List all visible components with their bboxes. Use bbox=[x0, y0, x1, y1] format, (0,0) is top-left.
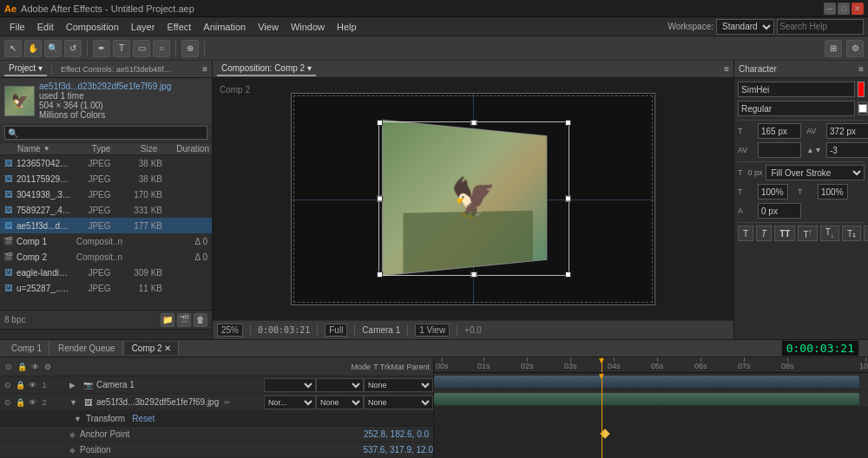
project-item[interactable]: 🖼 eagle-landing.jpg JPEG 309 KB bbox=[0, 265, 212, 280]
tl-eye-btn[interactable]: 👁 bbox=[30, 362, 40, 372]
playhead[interactable] bbox=[602, 357, 602, 372]
font-name-input[interactable] bbox=[738, 82, 855, 97]
composition-canvas[interactable]: 🦅 bbox=[291, 93, 655, 305]
leading-input[interactable] bbox=[826, 142, 868, 158]
tool-pen[interactable]: ✒ bbox=[93, 40, 110, 57]
camera1-parent-sel[interactable]: None bbox=[364, 378, 433, 392]
tool-shape-ellipse[interactable]: ○ bbox=[153, 40, 170, 57]
project-item[interactable]: 🖼 u=25287_...m=908qp=0.jpg JPEG 11 KB bbox=[0, 280, 212, 296]
camera1-eye-sw[interactable]: 👁 bbox=[27, 380, 37, 390]
playhead-line[interactable] bbox=[602, 373, 602, 458]
style-t-sup2-btn[interactable]: T² bbox=[864, 226, 868, 241]
quality-selector[interactable]: Full bbox=[325, 324, 347, 337]
image-eye-sw[interactable]: 👁 bbox=[27, 397, 37, 408]
tool-new-comp[interactable]: ⊞ bbox=[825, 40, 842, 57]
new-comp-btn[interactable]: 🎬 bbox=[177, 313, 191, 327]
style-t2-btn[interactable]: T bbox=[756, 226, 772, 241]
image-parent-sel[interactable]: None bbox=[364, 396, 433, 409]
camera1-expand[interactable]: ▶ bbox=[69, 381, 82, 389]
tracking-input[interactable] bbox=[758, 142, 801, 158]
camera1-lock-sw[interactable]: 🔒 bbox=[15, 380, 25, 390]
horiz-scale-input[interactable] bbox=[818, 184, 848, 200]
tool-text[interactable]: T bbox=[113, 40, 130, 57]
menu-file[interactable]: File bbox=[4, 20, 30, 34]
search-help-input[interactable] bbox=[777, 19, 864, 35]
fill-stroke-select[interactable]: Fill Over Stroke bbox=[766, 165, 865, 180]
tool-puppet[interactable]: ⊕ bbox=[181, 40, 199, 57]
tab-comp2[interactable]: Comp 2 ✕ bbox=[125, 342, 180, 355]
tool-shape-rect[interactable]: ▭ bbox=[133, 40, 150, 57]
style-t1-btn[interactable]: T bbox=[738, 226, 753, 241]
style-tt-btn[interactable]: TT bbox=[774, 226, 795, 241]
position-value[interactable]: 537.6, 317.9, 12.0 bbox=[363, 445, 433, 455]
anchor-keyframe-btn[interactable]: ◆ bbox=[69, 430, 80, 439]
menu-effect[interactable]: Effect bbox=[161, 20, 196, 34]
tool-zoom[interactable]: 🔍 bbox=[44, 40, 62, 57]
menu-edit[interactable]: Edit bbox=[32, 20, 59, 34]
tl-lock-btn[interactable]: 🔒 bbox=[16, 362, 27, 372]
project-item[interactable]: 🎬 Comp 1 Composit..n Δ 0 bbox=[0, 233, 212, 249]
image-lock-sw[interactable]: 🔒 bbox=[15, 397, 25, 408]
style-t-sub-btn[interactable]: T↓ bbox=[820, 226, 839, 241]
image-layer-name[interactable]: ae51f3d...3b292df5e1fe7f69.jpg bbox=[96, 397, 219, 407]
kerning-input[interactable] bbox=[826, 123, 868, 139]
anchor-value[interactable]: 252.8, 182.6, 0.0 bbox=[364, 429, 433, 439]
project-item[interactable]: 🎬 Comp 2 Composit..n Δ 0 bbox=[0, 249, 212, 265]
image-solo-sw[interactable]: ⊙ bbox=[3, 397, 13, 408]
tool-rotate[interactable]: ↺ bbox=[64, 40, 82, 57]
tab-comp1[interactable]: Comp 1 bbox=[4, 342, 49, 355]
project-item[interactable]: 🖼 7589227_.453278195_2.jpg JPEG 331 KB bbox=[0, 202, 212, 218]
image-expand[interactable]: ▼ bbox=[69, 398, 82, 407]
transform-reset-btn[interactable]: Reset bbox=[132, 414, 155, 423]
char-panel-menu-btn[interactable]: ≡ bbox=[858, 64, 864, 74]
new-folder-btn[interactable]: 📁 bbox=[161, 313, 174, 327]
project-item[interactable]: 🖼 3041938_.345476151_2.jpg JPEG 170 KB bbox=[0, 186, 212, 202]
tl-settings-btn[interactable]: ⚙ bbox=[43, 362, 53, 372]
font-size-input[interactable] bbox=[758, 123, 801, 139]
style-t-sub2-btn[interactable]: T₁ bbox=[842, 226, 861, 241]
menu-help[interactable]: Help bbox=[332, 20, 362, 34]
effect-controls-tab[interactable]: Effect Controls: ae51f3deb48f... bbox=[56, 63, 174, 75]
tab-render-queue[interactable]: Render Queue bbox=[51, 342, 123, 355]
camera1-name[interactable]: Camera 1 bbox=[96, 380, 135, 389]
tool-select[interactable]: ↖ bbox=[4, 40, 22, 57]
comp-tab[interactable]: Composition: Comp 2 ▾ bbox=[217, 62, 316, 76]
menu-window[interactable]: Window bbox=[286, 20, 330, 34]
project-tab[interactable]: Project ▾ bbox=[4, 62, 47, 76]
timeline-timecode[interactable]: 0:00:03:21 bbox=[781, 340, 859, 357]
camera1-mode-sel[interactable] bbox=[264, 378, 316, 392]
color-swatch[interactable] bbox=[858, 82, 865, 97]
font-style-input[interactable] bbox=[738, 101, 855, 116]
view-selector[interactable]: 1 View bbox=[415, 324, 450, 337]
minimize-btn[interactable]: ─ bbox=[824, 3, 836, 15]
position-keyframe-btn[interactable]: ◆ bbox=[69, 446, 80, 455]
tool-hand[interactable]: ✋ bbox=[24, 40, 42, 57]
baseline-input[interactable] bbox=[758, 203, 801, 219]
image-mode-sel[interactable]: Nor... bbox=[264, 396, 316, 409]
style-t-sup-btn[interactable]: T↑ bbox=[798, 226, 817, 241]
close-btn[interactable]: ✕ bbox=[852, 3, 864, 15]
transform-expand[interactable]: ▼ bbox=[74, 415, 86, 423]
tool-settings[interactable]: ⚙ bbox=[846, 40, 864, 57]
camera1-solo-sw[interactable]: ⊙ bbox=[3, 380, 13, 390]
project-item[interactable]: 🖼 1236570428_afile.jpg JPEG 38 KB bbox=[0, 155, 212, 171]
panel-menu-btn[interactable]: ≡ bbox=[202, 64, 207, 74]
image-tkmat-sel[interactable]: None bbox=[316, 396, 364, 409]
workspace-dropdown[interactable]: Standard bbox=[716, 19, 774, 35]
menu-view[interactable]: View bbox=[253, 20, 284, 34]
color-picker-btn[interactable] bbox=[858, 101, 868, 115]
menu-animation[interactable]: Animation bbox=[198, 20, 251, 34]
project-item[interactable]: 🖼 ae51f3d...d5e1fe7f69.jpg JPEG 177 KB bbox=[0, 218, 212, 233]
maximize-btn[interactable]: □ bbox=[838, 3, 850, 15]
zoom-level[interactable]: 25% bbox=[217, 324, 243, 337]
edit-icon[interactable]: ✏ bbox=[224, 398, 231, 407]
camera1-tkmat-sel[interactable] bbox=[316, 378, 364, 392]
tl-solo-btn[interactable]: ⊙ bbox=[3, 362, 14, 372]
delete-btn[interactable]: 🗑 bbox=[194, 313, 207, 327]
project-item[interactable]: 🖼 20117592925945.jpg JPEG 38 KB bbox=[0, 171, 212, 186]
menu-composition[interactable]: Composition bbox=[61, 20, 124, 34]
project-search-input[interactable] bbox=[4, 126, 207, 140]
menu-layer[interactable]: Layer bbox=[126, 20, 161, 34]
vert-scale-input[interactable] bbox=[758, 184, 788, 200]
comp-panel-menu-btn[interactable]: ≡ bbox=[724, 64, 729, 74]
